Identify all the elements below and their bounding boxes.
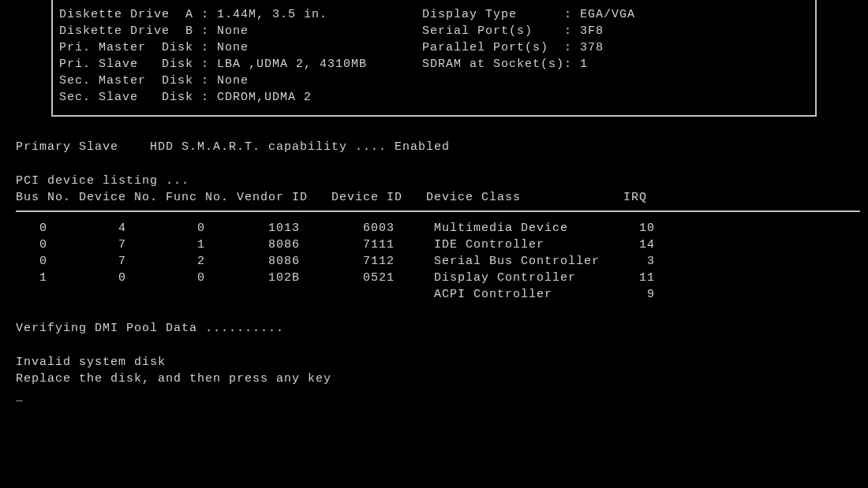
dmi-verify-line: Verifying DMI Pool Data .......... (16, 320, 860, 337)
sysinfo-right: Display Type : EGA/VGA (422, 6, 809, 23)
sysinfo-left: Pri. Slave Disk : LBA ,UDMA 2, 4310MB (59, 56, 422, 73)
boot-messages: Primary Slave HDD S.M.A.R.T. capability … (8, 139, 860, 405)
cursor[interactable]: _ (16, 389, 860, 405)
sysinfo-right (422, 73, 809, 89)
sysinfo-row: Diskette Drive A : 1.44M, 3.5 in. Displa… (59, 6, 809, 23)
sysinfo-right: SDRAM at Socket(s): 1 (422, 56, 809, 73)
smart-capability-line: Primary Slave HDD S.M.A.R.T. capability … (16, 139, 860, 155)
system-info-box: Diskette Drive A : 1.44M, 3.5 in. Displa… (51, 0, 817, 117)
sysinfo-right: Serial Port(s) : 3F8 (422, 23, 809, 39)
error-line-2: Replace the disk, and then press any key (16, 371, 860, 387)
sysinfo-row: Sec. Slave Disk : CDROM,UDMA 2 (59, 89, 809, 106)
pci-table-row: 0 7 2 8086 7112 Serial Bus Controller 3 (16, 253, 860, 270)
sysinfo-right: Parallel Port(s) : 378 (422, 39, 809, 56)
sysinfo-left: Pri. Master Disk : None (59, 39, 422, 56)
sysinfo-row: Sec. Master Disk : None (59, 73, 809, 89)
sysinfo-left: Sec. Master Disk : None (59, 73, 422, 89)
pci-table-row: 0 4 0 1013 6003 Multimedia Device 10 (16, 220, 860, 237)
sysinfo-right (422, 89, 809, 106)
pci-table-header: Bus No. Device No. Func No. Vendor ID De… (16, 189, 860, 206)
bios-boot-screen: Diskette Drive A : 1.44M, 3.5 in. Displa… (0, 0, 868, 405)
sysinfo-left: Diskette Drive B : None (59, 23, 422, 39)
error-line-1: Invalid system disk (16, 354, 860, 371)
pci-table-row: ACPI Controller 9 (16, 286, 860, 303)
sysinfo-left: Diskette Drive A : 1.44M, 3.5 in. (59, 6, 422, 23)
sysinfo-left: Sec. Slave Disk : CDROM,UDMA 2 (59, 89, 422, 106)
sysinfo-row: Pri. Slave Disk : LBA ,UDMA 2, 4310MB SD… (59, 56, 809, 73)
pci-table-row: 0 7 1 8086 7111 IDE Controller 14 (16, 237, 860, 253)
pci-listing-title: PCI device listing ... (16, 173, 860, 189)
sysinfo-row: Diskette Drive B : None Serial Port(s) :… (59, 23, 809, 39)
sysinfo-row: Pri. Master Disk : None Parallel Port(s)… (59, 39, 809, 56)
divider (16, 210, 860, 212)
pci-table-row: 1 0 0 102B 0521 Display Controller 11 (16, 270, 860, 286)
